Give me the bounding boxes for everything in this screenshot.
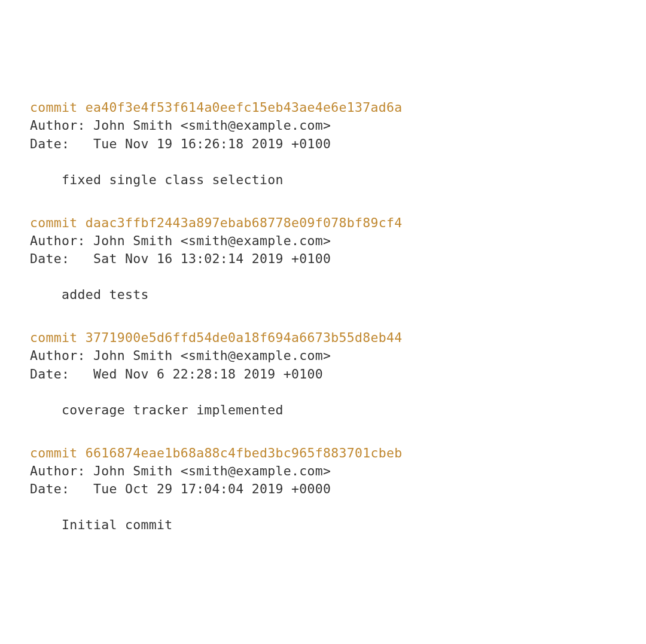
date-line: Date: Tue Oct 29 17:04:04 2019 +0000 [30,480,616,498]
commit-hash: 3771900e5d6ffd54de0a18f694a6673b55d8eb44 [86,330,403,345]
author-line: Author: John Smith <smith@example.com> [30,117,616,135]
commit-entry: commit ea40f3e4f53f614a0eefc15eb43ae4e6e… [30,99,616,188]
date-line: Date: Wed Nov 6 22:28:18 2019 +0100 [30,365,616,383]
commit-hash-line: commit 3771900e5d6ffd54de0a18f694a6673b5… [30,329,616,347]
commit-hash: 6616874eae1b68a88c4fbed3bc965f883701cbeb [86,445,403,460]
commit-message: fixed single class selection [30,171,616,189]
commit-hash-line: commit ea40f3e4f53f614a0eefc15eb43ae4e6e… [30,99,616,117]
commit-keyword: commit [30,330,86,345]
author-line: Author: John Smith <smith@example.com> [30,462,616,480]
author-line: Author: John Smith <smith@example.com> [30,232,616,250]
commit-keyword: commit [30,100,86,115]
commit-hash-line: commit daac3ffbf2443a897ebab68778e09f078… [30,214,616,232]
git-log-output: commit ea40f3e4f53f614a0eefc15eb43ae4e6e… [30,99,616,534]
commit-entry: commit 3771900e5d6ffd54de0a18f694a6673b5… [30,329,616,419]
commit-message: added tests [30,286,616,304]
commit-hash-line: commit 6616874eae1b68a88c4fbed3bc965f883… [30,444,616,462]
commit-message: coverage tracker implemented [30,401,616,419]
commit-entry: commit daac3ffbf2443a897ebab68778e09f078… [30,214,616,304]
commit-hash: ea40f3e4f53f614a0eefc15eb43ae4e6e137ad6a [86,100,403,115]
commit-hash: daac3ffbf2443a897ebab68778e09f078bf89cf4 [86,215,403,230]
commit-keyword: commit [30,215,86,230]
commit-message: Initial commit [30,516,616,534]
commit-keyword: commit [30,445,86,460]
date-line: Date: Tue Nov 19 16:26:18 2019 +0100 [30,135,616,153]
author-line: Author: John Smith <smith@example.com> [30,347,616,365]
date-line: Date: Sat Nov 16 13:02:14 2019 +0100 [30,250,616,268]
commit-entry: commit 6616874eae1b68a88c4fbed3bc965f883… [30,444,616,534]
